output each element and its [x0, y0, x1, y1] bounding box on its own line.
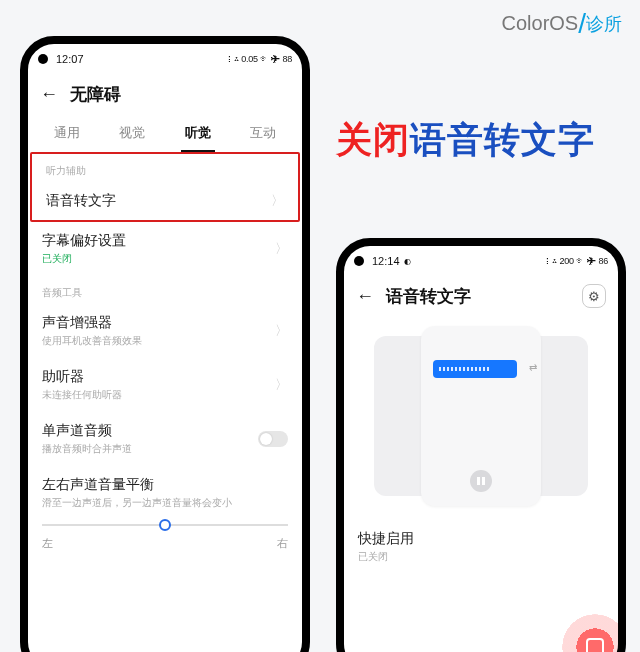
phone-stt-detail: 12:14 ◐ ⋮ ⁂ 200 ᯤ ✈ 86 ← 语音转文字 ⚙ ⇄ 快捷启用 …	[336, 238, 626, 652]
swap-icon: ⇄	[529, 362, 537, 373]
tab-general[interactable]: 通用	[50, 118, 84, 152]
tab-vision[interactable]: 视觉	[115, 118, 149, 152]
row-hearing-aid[interactable]: 助听器 未连接任何助听器 〉	[28, 358, 302, 412]
chevron-right-icon: 〉	[275, 322, 288, 340]
audio-bubble-icon	[433, 360, 517, 378]
status-time: 12:14	[372, 255, 400, 267]
brand-name: ColorOS	[502, 12, 579, 34]
slider-left-label: 左	[42, 536, 53, 551]
tab-hearing[interactable]: 听觉	[181, 118, 215, 152]
row-quick-launch[interactable]: 快捷启用 已关闭	[344, 520, 618, 574]
row-stt-title: 语音转文字	[46, 192, 271, 210]
slider-thumb-icon[interactable]	[159, 519, 171, 531]
back-icon[interactable]: ←	[356, 286, 374, 307]
status-time: 12:07	[56, 53, 84, 65]
section-audio-tools: 音频工具	[28, 276, 302, 304]
row-sound-enhancer[interactable]: 声音增强器 使用耳机改善音频效果 〉	[28, 304, 302, 358]
record-fab[interactable]	[562, 614, 626, 652]
mono-toggle[interactable]	[258, 431, 288, 447]
brand-label: ColorOS/诊所	[502, 8, 622, 40]
row-hearing-sub: 未连接任何助听器	[42, 388, 275, 402]
back-icon[interactable]: ←	[40, 84, 58, 105]
gear-icon: ⚙	[588, 289, 600, 304]
status-indicators: ⋮ ⁂ 0.05 ᯤ ✈ 88	[227, 54, 292, 64]
tabs: 通用 视觉 听觉 互动	[28, 114, 302, 152]
brand-sub: 诊所	[586, 14, 622, 34]
page-title: 语音转文字	[386, 285, 471, 308]
row-caption-title: 字幕偏好设置	[42, 232, 275, 250]
phone-accessibility: 12:07 ⋮ ⁂ 0.05 ᯤ ✈ 88 ← 无障碍 通用 视觉 听觉 互动 …	[20, 36, 310, 652]
balance-slider[interactable]	[28, 512, 302, 528]
row-speech-to-text[interactable]: 语音转文字 〉	[32, 182, 298, 220]
headline-blue: 语音转文字	[410, 119, 595, 160]
status-bar: 12:14 ◐ ⋮ ⁂ 200 ᯤ ✈ 86	[344, 246, 618, 276]
slider-labels: 左 右	[28, 528, 302, 551]
status-bar: 12:07 ⋮ ⁂ 0.05 ᯤ ✈ 88	[28, 44, 302, 74]
row-enhancer-sub: 使用耳机改善音频效果	[42, 334, 275, 348]
stt-illustration: ⇄	[374, 336, 588, 496]
row-mono-title: 单声道音频	[42, 422, 258, 440]
nav-row: ← 无障碍	[28, 74, 302, 114]
chevron-right-icon: 〉	[275, 376, 288, 394]
row-caption-pref[interactable]: 字幕偏好设置 已关闭 〉	[28, 222, 302, 276]
row-hearing-title: 助听器	[42, 368, 275, 386]
camera-hole-icon	[38, 54, 48, 64]
tab-interaction[interactable]: 互动	[246, 118, 280, 152]
page-title: 无障碍	[70, 83, 121, 106]
row-balance: 左右声道音量平衡 滑至一边声道后，另一边声道音量将会变小	[28, 466, 302, 512]
quick-title: 快捷启用	[358, 530, 604, 548]
nav-row: ← 语音转文字 ⚙	[344, 276, 618, 316]
headline: 关闭语音转文字	[336, 116, 595, 165]
row-balance-sub: 滑至一边声道后，另一边声道音量将会变小	[42, 496, 288, 510]
headline-red: 关闭	[336, 119, 410, 160]
mock-phone-icon: ⇄	[421, 326, 541, 506]
slider-right-label: 右	[277, 536, 288, 551]
highlight-stt: 听力辅助 语音转文字 〉	[30, 152, 300, 222]
row-enhancer-title: 声音增强器	[42, 314, 275, 332]
row-mono-sub: 播放音频时合并声道	[42, 442, 258, 456]
row-balance-title: 左右声道音量平衡	[42, 476, 288, 494]
settings-button[interactable]: ⚙	[582, 284, 606, 308]
chevron-right-icon: 〉	[275, 240, 288, 258]
camera-hole-icon	[354, 256, 364, 266]
row-caption-sub: 已关闭	[42, 252, 275, 266]
section-hearing-aid: 听力辅助	[32, 154, 298, 182]
quick-sub: 已关闭	[358, 550, 604, 564]
pause-icon	[470, 470, 492, 492]
row-mono-audio: 单声道音频 播放音频时合并声道	[28, 412, 302, 466]
status-indicators: ⋮ ⁂ 200 ᯤ ✈ 86	[545, 256, 608, 266]
chevron-right-icon: 〉	[271, 192, 284, 210]
